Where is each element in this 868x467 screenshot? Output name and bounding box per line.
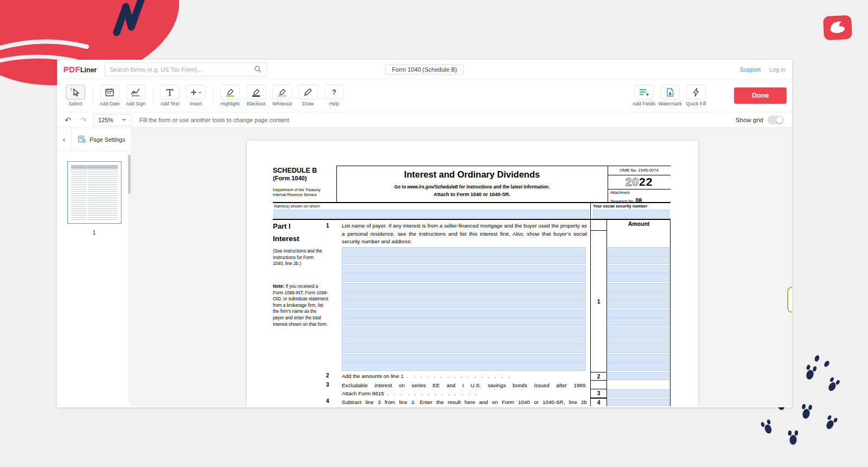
payer-input-row[interactable] [342, 256, 586, 264]
document-title-tab[interactable]: Form 1040 (Schedule B) [385, 64, 464, 75]
line-1-row-box: 1 [590, 230, 607, 372]
top-bar: PDFLiner Form 1040 (Schedule B) Support … [57, 60, 792, 79]
payer-input-row[interactable] [342, 363, 586, 371]
amount-input-row[interactable] [608, 283, 669, 291]
search-input[interactable] [110, 66, 254, 73]
line-3-amount-field[interactable] [608, 389, 669, 397]
line-4-amount-field[interactable] [608, 399, 669, 406]
payer-input-row[interactable] [342, 247, 586, 255]
amount-input-row[interactable] [608, 318, 669, 326]
ssn-input-field[interactable] [593, 210, 669, 218]
redo-button[interactable]: ↷ [78, 114, 90, 126]
highlight-button[interactable]: Highlight [217, 85, 243, 106]
add-sign-button[interactable]: Add Sign [123, 85, 149, 106]
page-settings-button[interactable]: Page Settings [72, 128, 131, 152]
show-grid-toggle[interactable] [768, 116, 784, 124]
zoom-select[interactable]: 125% [93, 114, 131, 126]
main-toolbar: Select Add Date Add Si [57, 79, 792, 112]
whiteout-button[interactable]: Whiteout [269, 85, 295, 106]
payer-input-row[interactable] [342, 274, 586, 282]
login-link[interactable]: Log in [769, 66, 786, 73]
amount-input-row[interactable] [608, 292, 669, 300]
add-fields-button[interactable]: Add Fields [631, 85, 657, 106]
amount-input-row[interactable] [608, 345, 669, 353]
payer-input-row[interactable] [342, 318, 586, 326]
payer-input-row[interactable] [342, 354, 586, 362]
name-input-field[interactable] [273, 210, 589, 218]
pdfliner-logo[interactable]: PDFLiner [63, 65, 97, 74]
amount-input-row[interactable] [608, 265, 669, 273]
form-title: Interest and Ordinary Dividends [336, 169, 608, 180]
calendar-icon [100, 85, 119, 99]
irs-label: Internal Revenue Service [273, 192, 317, 197]
sidebar-scrollbar [128, 154, 131, 404]
fields-list-icon [634, 85, 654, 99]
part-1-title: Interest [273, 235, 299, 243]
payer-input-row[interactable] [342, 327, 586, 336]
schedule-b-label: SCHEDULE B [273, 167, 317, 174]
attachment-label: Attachment [610, 191, 629, 194]
search-box[interactable] [104, 62, 267, 77]
payer-input-row[interactable] [342, 283, 586, 291]
payer-input-row[interactable] [342, 300, 586, 308]
toolbar-hint-text: Fill the form or use another tools to ch… [139, 117, 289, 123]
amount-column-header: Amount [607, 220, 671, 227]
quick-fill-button[interactable]: Quick Fill [683, 85, 709, 106]
amount-input-row[interactable] [608, 256, 669, 264]
undo-button[interactable]: ↶ [62, 114, 74, 126]
text-icon [160, 85, 180, 99]
chevron-down-icon [122, 119, 126, 121]
irs-url: www.irs.gov/ScheduleB [407, 184, 458, 190]
attach-line: Attach to Form 1040 or 1040-SR. [336, 192, 608, 197]
ssn-label: Your social security number [593, 204, 647, 209]
line-4-number: 4 [326, 398, 338, 404]
amount-input-row[interactable] [608, 300, 669, 308]
amount-input-row[interactable] [608, 274, 669, 282]
help-button[interactable]: ? Help [321, 85, 347, 106]
logo-pdf-text: PDF [63, 65, 80, 74]
done-button[interactable]: Done [734, 87, 787, 104]
draw-button[interactable]: Draw [295, 85, 321, 106]
thumbnail-preview [71, 165, 118, 220]
amount-input-row[interactable] [608, 363, 669, 371]
line-2-amount-field[interactable] [608, 372, 669, 380]
omb-number: OMB No. 1545-0074 [608, 168, 671, 173]
select-tool-button[interactable]: Select [62, 85, 88, 106]
watermark-button[interactable]: Watermark [657, 85, 683, 106]
amount-input-row[interactable] [608, 327, 669, 336]
question-icon: ? [324, 85, 344, 99]
support-link[interactable]: Support [739, 66, 761, 73]
amount-input-row[interactable] [608, 336, 669, 344]
insert-button[interactable]: Insert [183, 85, 209, 106]
amount-input-row[interactable] [608, 354, 669, 362]
pen-icon [298, 85, 318, 99]
toggle-knob [776, 117, 783, 123]
sidebar-scrollbar-thumb[interactable] [128, 155, 131, 194]
pages-sidebar: ‹ Page Settings 1 [57, 128, 132, 406]
dot-leaders: . . . . . . . . . . . . . . [384, 389, 586, 397]
page-settings-label: Page Settings [90, 136, 125, 143]
collapse-sidebar-button[interactable]: ‹ [57, 128, 71, 152]
payer-input-row[interactable] [342, 336, 586, 344]
part-1-label: Part I [273, 222, 291, 230]
pdf-page: SCHEDULE B (Form 1040) Department of the… [247, 141, 698, 406]
page-number-label: 1 [57, 229, 131, 236]
payer-input-row[interactable] [342, 310, 586, 318]
payer-input-row[interactable] [342, 345, 586, 353]
line-4-box: 4 [590, 398, 607, 406]
highlight-icon [220, 85, 240, 99]
payer-input-row[interactable] [342, 292, 586, 300]
secondary-toolbar: ↶ ↷ 125% Fill the form or use another to… [57, 112, 792, 128]
dept-treasury-label: Department of the Treasury [273, 187, 321, 192]
line-2-number: 2 [326, 373, 338, 378]
add-date-button[interactable]: Add Date [97, 85, 123, 106]
brand-corner-logo [822, 14, 853, 41]
amount-input-row[interactable] [608, 310, 669, 318]
page-thumbnail[interactable] [67, 161, 122, 224]
amount-input-row[interactable] [608, 247, 669, 255]
add-text-button[interactable]: Add Text [157, 85, 183, 106]
payer-input-row[interactable] [342, 265, 586, 273]
blackout-button[interactable]: Blackout [243, 85, 269, 106]
side-panel-handle[interactable] [787, 287, 792, 313]
amount-rows [608, 247, 669, 371]
